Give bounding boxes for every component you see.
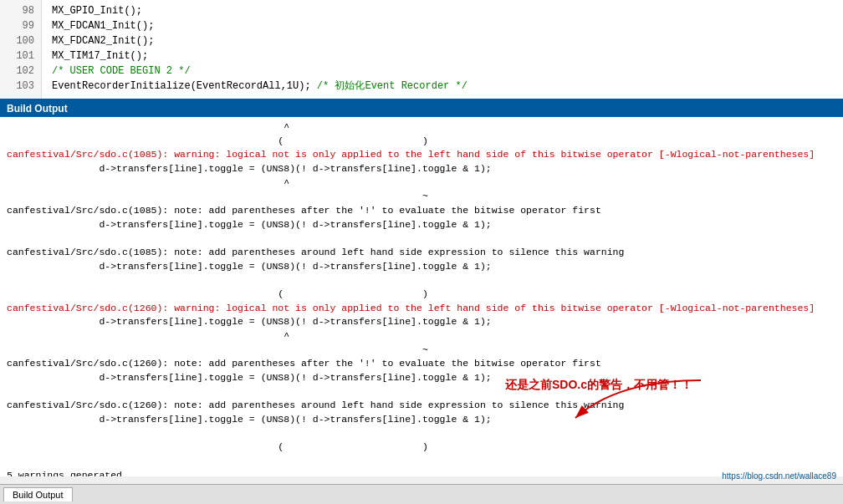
code-content: MX_GPIO_Init(); MX_FDCAN1_Init(); MX_FDC… <box>42 0 843 99</box>
tab-bar: Build Output <box>0 484 843 504</box>
watermark: https://blog.csdn.net/wallace89 <box>722 471 836 481</box>
code-editor: 98 99 100 101 102 103 MX_GPIO_Init(); MX… <box>0 0 843 100</box>
line-numbers: 98 99 100 101 102 103 <box>0 0 42 99</box>
annotation-arrow <box>550 376 718 426</box>
build-output-body[interactable]: ^ ( ) canfestival/Src/sdo.c(1085): warni… <box>0 117 843 476</box>
build-output-title: Build Output <box>7 103 68 115</box>
build-output-header: Build Output <box>0 100 843 117</box>
tab-build-output[interactable]: Build Output <box>3 487 73 501</box>
